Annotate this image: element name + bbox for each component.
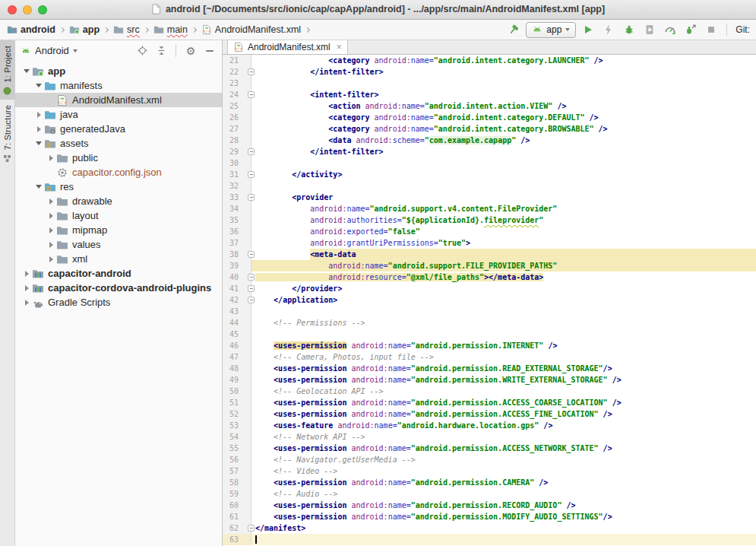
code-line-28[interactable]: 28 <data android:scheme="com.example.cap… (223, 135, 756, 146)
profile-app-icon[interactable] (662, 21, 679, 38)
code-line-53[interactable]: 53 <uses-feature android:name="android.h… (223, 420, 756, 431)
code-line-24[interactable]: 24 <intent-filter> (223, 89, 756, 100)
tree-item-capacitor-cordova-android-plugins[interactable]: capacitor-cordova-android-plugins (15, 281, 222, 295)
code-line-44[interactable]: 44 <!-- Permissions --> (223, 317, 756, 329)
tree-item-public[interactable]: public (15, 151, 222, 165)
code-line-56[interactable]: 56 <!-- Navigator.getUserMedia --> (223, 454, 756, 465)
code-line-26[interactable]: 26 <category android:name="android.inten… (223, 112, 756, 123)
run-button[interactable] (580, 21, 596, 38)
code-line-37[interactable]: 37 android:grantUriPermissions="true"> (223, 237, 756, 249)
minimize-window-button[interactable] (23, 5, 32, 14)
tree-item-mipmap[interactable]: mipmap (15, 223, 222, 237)
code-line-49[interactable]: 49 <uses-permission android:name="androi… (223, 374, 756, 386)
build-hammer-icon[interactable] (505, 21, 522, 38)
breadcrumb-item-android[interactable]: android (6, 24, 56, 36)
code-line-29[interactable]: 29 </intent-filter> (223, 146, 756, 157)
code-line-57[interactable]: 57 <!-- Video --> (223, 465, 756, 477)
expanded-arrow-icon[interactable] (33, 185, 44, 189)
code-line-42[interactable]: 42 </application> (223, 294, 756, 306)
code-line-38[interactable]: 38 <meta-data (223, 249, 756, 260)
fold-marker-icon[interactable] (248, 68, 255, 75)
tree-item-xml[interactable]: xml (15, 252, 222, 266)
code-line-30[interactable]: 30 (223, 157, 756, 169)
tree-item-capacitor-config-json[interactable]: capacitor.config.json (15, 165, 222, 179)
fold-marker-icon[interactable] (248, 91, 255, 98)
fold-marker-icon[interactable] (248, 274, 255, 281)
code-line-55[interactable]: 55 <uses-permission android:name="androi… (223, 443, 756, 454)
code-line-41[interactable]: 41 </provider> (223, 283, 756, 294)
code-line-34[interactable]: 34 android:name="android.support.v4.cont… (223, 203, 756, 214)
code-line-27[interactable]: 27 <category android:name="android.inten… (223, 123, 756, 135)
code-line-63[interactable]: 63 (223, 534, 756, 545)
debug-button[interactable] (621, 21, 637, 38)
zoom-window-button[interactable] (38, 5, 47, 14)
code-line-58[interactable]: 58 <uses-permission android:name="androi… (223, 477, 756, 488)
git-branch-label[interactable]: Git: (734, 24, 751, 35)
code-line-33[interactable]: 33 <provider (223, 192, 756, 203)
collapsed-arrow-icon[interactable] (46, 227, 56, 233)
collapsed-arrow-icon[interactable] (21, 285, 32, 291)
locate-file-icon[interactable] (134, 43, 150, 59)
tree-item-layout[interactable]: layout (15, 208, 222, 223)
collapsed-arrow-icon[interactable] (33, 126, 44, 132)
tree-item-androidmanifest-xml[interactable]: </>AndroidManifest.xml (15, 93, 222, 107)
fold-marker-icon[interactable] (248, 297, 255, 303)
close-window-button[interactable] (8, 5, 17, 14)
fold-marker-icon[interactable] (248, 148, 255, 155)
code-line-60[interactable]: 60 <uses-permission android:name="androi… (223, 500, 756, 511)
tree-item-res[interactable]: res (15, 179, 222, 194)
expanded-arrow-icon[interactable] (21, 69, 32, 73)
stop-button[interactable] (703, 21, 720, 38)
expanded-arrow-icon[interactable] (33, 84, 44, 87)
fold-marker-icon[interactable] (248, 171, 255, 178)
code-line-47[interactable]: 47 <!-- Camera, Photos, input file --> (223, 351, 756, 363)
code-line-48[interactable]: 48 <uses-permission android:name="androi… (223, 363, 756, 374)
hide-panel-icon[interactable] (202, 43, 217, 59)
tree-item-assets[interactable]: assets (15, 136, 222, 151)
apply-changes-icon[interactable] (600, 21, 617, 38)
collapsed-arrow-icon[interactable] (21, 271, 32, 277)
breadcrumb-item-androidmanifest-xml[interactable]: </>AndroidManifest.xml (201, 24, 302, 36)
code-line-43[interactable]: 43 (223, 306, 756, 317)
tree-item-manifests[interactable]: manifests (15, 78, 222, 93)
code-line-50[interactable]: 50 <!-- Geolocation API --> (223, 386, 756, 397)
fold-marker-icon[interactable] (248, 525, 255, 532)
run-with-coverage-icon[interactable] (641, 21, 658, 38)
code-line-45[interactable]: 45 (223, 329, 756, 340)
breadcrumb-item-main[interactable]: main (153, 24, 188, 36)
settings-gear-icon[interactable]: ⚙ (183, 43, 198, 59)
chevron-down-icon[interactable] (73, 49, 77, 52)
tree-item-generatedjava[interactable]: generatedJava (15, 122, 222, 136)
project-view-selector[interactable]: Android (35, 45, 69, 56)
close-tab-icon[interactable]: × (337, 43, 342, 52)
fold-marker-icon[interactable] (248, 251, 255, 258)
code-line-31[interactable]: 31 </activity> (223, 169, 756, 180)
code-line-32[interactable]: 32 (223, 180, 756, 192)
code-line-46[interactable]: 46 <uses-permission android:name="androi… (223, 340, 756, 351)
collapsed-arrow-icon[interactable] (33, 112, 44, 118)
expanded-arrow-icon[interactable] (33, 141, 44, 145)
collapsed-arrow-icon[interactable] (21, 300, 32, 306)
collapsed-arrow-icon[interactable] (46, 198, 56, 205)
breadcrumb-item-src[interactable]: src (112, 24, 141, 36)
code-line-21[interactable]: 21 <category android:name="android.inten… (223, 55, 756, 66)
code-line-51[interactable]: 51 <uses-permission android:name="androi… (223, 397, 756, 408)
collapsed-arrow-icon[interactable] (46, 213, 56, 219)
code-line-40[interactable]: 40 android:resource="@xml/file_paths"></… (223, 271, 756, 283)
collapse-all-icon[interactable] (153, 43, 169, 59)
tool-window-button-project[interactable]: 1: Project (0, 40, 15, 100)
fold-marker-icon[interactable] (248, 285, 255, 292)
tree-item-gradle-scripts[interactable]: Gradle Scripts (15, 295, 222, 310)
collapsed-arrow-icon[interactable] (46, 155, 56, 161)
code-line-35[interactable]: 35 android:authorities="${applicationId}… (223, 214, 756, 226)
code-editor[interactable]: 21 <category android:name="android.inten… (223, 55, 756, 546)
code-line-25[interactable]: 25 <action android:name="android.intent.… (223, 100, 756, 112)
fold-marker-icon[interactable] (248, 194, 255, 201)
tree-item-java[interactable]: java (15, 107, 222, 122)
attach-debugger-icon[interactable] (682, 21, 699, 38)
code-line-54[interactable]: 54 <!-- Network API --> (223, 431, 756, 443)
code-line-61[interactable]: 61 <uses-permission android:name="androi… (223, 511, 756, 522)
tree-item-drawable[interactable]: drawable (15, 194, 222, 208)
code-line-59[interactable]: 59 <!-- Audio --> (223, 488, 756, 500)
tree-item-app[interactable]: app (15, 64, 222, 78)
